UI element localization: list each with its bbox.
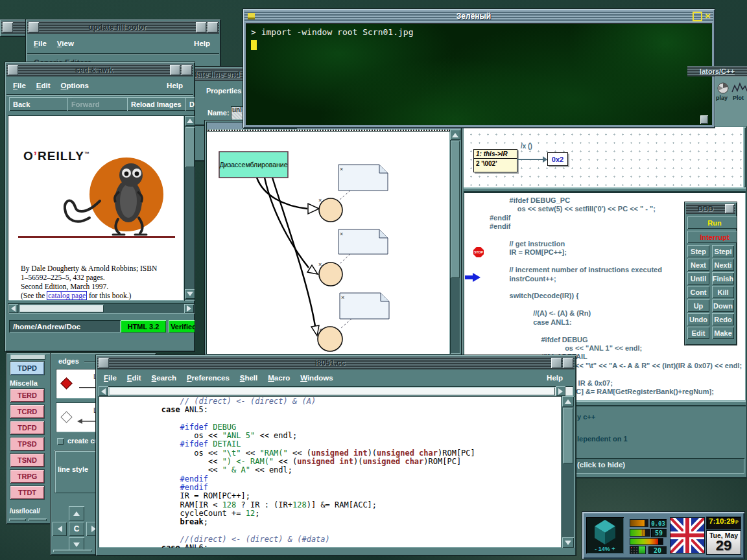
- palette-top-button[interactable]: [10, 355, 45, 360]
- resize-grip[interactable]: [53, 550, 92, 552]
- menu-preferences[interactable]: Preferences: [187, 374, 230, 382]
- browser-vscrollbar[interactable]: [184, 115, 195, 301]
- menu-macro[interactable]: Macro: [268, 374, 290, 382]
- menu-file[interactable]: File: [104, 374, 117, 382]
- scroll-down-arrow[interactable]: [185, 289, 195, 299]
- ddd-panel-titlebar[interactable]: DDD: [686, 204, 735, 214]
- minimize-icon[interactable]: [248, 13, 255, 19]
- ddd-next-button[interactable]: Next: [687, 259, 709, 271]
- editor-text-area[interactable]: // (direct) <- (direct) & (A) case ANL5:…: [99, 396, 562, 548]
- menu-help[interactable]: Help: [547, 374, 563, 382]
- hscroll-thumb[interactable]: [109, 387, 555, 395]
- browser-page[interactable]: O’REILLY™ By Dale Dougherty & Arnold Rob…: [8, 115, 184, 301]
- ddd-deref-result-box[interactable]: 0x2: [547, 152, 568, 166]
- pan-up-button[interactable]: [69, 506, 84, 520]
- palette-tcrd-button[interactable]: TCRD: [10, 405, 44, 418]
- vscroll-thumb[interactable]: [185, 127, 195, 167]
- menu-edit[interactable]: Edit: [36, 82, 51, 89]
- minimize-button[interactable]: [170, 65, 180, 75]
- window-menu-button[interactable]: [99, 358, 109, 368]
- window-menu-button[interactable]: [3, 22, 13, 32]
- browser-hscrollbar[interactable]: [8, 303, 195, 314]
- maximize-button[interactable]: [182, 65, 192, 75]
- vscroll-thumb[interactable]: [563, 408, 573, 463]
- ddd-cont-button[interactable]: Cont: [687, 286, 709, 298]
- documents-button[interactable]: Doc: [185, 97, 195, 111]
- hscroll-thumb[interactable]: [19, 305, 104, 312]
- ddd-until-button[interactable]: Until: [687, 272, 709, 285]
- menu-file[interactable]: File: [34, 40, 47, 47]
- browser-titlebar[interactable]: sed & awk: [6, 64, 193, 76]
- scroll-up-arrow[interactable]: [450, 130, 460, 140]
- display-app-icon[interactable]: [716, 82, 730, 95]
- scroll-right-arrow[interactable]: [556, 386, 565, 396]
- ddd-stepi-button[interactable]: Stepi: [712, 245, 734, 257]
- scroll-up-arrow[interactable]: [185, 116, 195, 126]
- palette-tpsd-button[interactable]: TPSD: [10, 438, 44, 450]
- palette-tdfd-button[interactable]: TDFD: [10, 421, 44, 434]
- forward-button[interactable]: Forward: [67, 97, 131, 111]
- ddd-run-button[interactable]: Run: [687, 216, 737, 229]
- back-button[interactable]: Back: [9, 97, 73, 111]
- window-menu-button[interactable]: [8, 65, 18, 75]
- diagram-vscrollbar[interactable]: [450, 130, 460, 354]
- close-icon[interactable]: ✕: [704, 12, 712, 21]
- editor-titlebar[interactable]: i8051.cc: [97, 356, 575, 369]
- palette-ttdt-button[interactable]: TTDT: [10, 486, 44, 499]
- close-button[interactable]: [725, 204, 734, 213]
- diagram-canvas[interactable]: Дизассемблирование × × × × × ×: [206, 130, 450, 355]
- digital-clock[interactable]: 7:10:29 P: [707, 517, 741, 529]
- ddd-interrupt-button[interactable]: Interrupt: [687, 231, 737, 243]
- ddd-undo-button[interactable]: Undo: [687, 313, 709, 325]
- palette-trpg-button[interactable]: TRPG: [10, 470, 44, 483]
- editor-hscrollbar[interactable]: [99, 386, 573, 396]
- palette-tsnd-button[interactable]: TSND: [10, 454, 44, 467]
- maximize-button[interactable]: [208, 22, 218, 32]
- simulators-titlebar[interactable]: lators/C++: [687, 66, 747, 76]
- scroll-right-arrow[interactable]: [184, 304, 194, 313]
- ddd-sash[interactable]: [464, 187, 746, 192]
- window-menu-button[interactable]: [29, 22, 39, 32]
- ddd-up-button[interactable]: Up: [687, 299, 709, 312]
- minimize-button[interactable]: [551, 358, 562, 368]
- ddd-finish-button[interactable]: Finish: [712, 272, 734, 285]
- ddd-make-button[interactable]: Make: [712, 327, 734, 339]
- cube-monitor[interactable]: - 14% +: [586, 517, 624, 554]
- menu-search[interactable]: Search: [152, 374, 176, 382]
- menu-shell[interactable]: Shell: [240, 374, 257, 382]
- ddd-down-button[interactable]: Down: [712, 299, 734, 312]
- terminal-screen[interactable]: > import -window root Scrn01.jpg: [246, 23, 712, 125]
- menu-options[interactable]: Options: [61, 82, 89, 89]
- resize-grip[interactable]: [29, 519, 47, 521]
- palette-tdpd-button[interactable]: TDPD: [10, 362, 44, 375]
- ddd-redo-button[interactable]: Redo: [712, 313, 734, 325]
- menu-file[interactable]: File: [13, 82, 26, 89]
- palette-terd-button[interactable]: TERD: [10, 389, 44, 402]
- plot-app-icon[interactable]: [731, 82, 747, 95]
- pan-center-button[interactable]: C: [69, 522, 84, 536]
- ddd-display-box[interactable]: 1: this->IR 2 '\002': [473, 149, 517, 172]
- uk-flag-icon[interactable]: [670, 518, 704, 553]
- ddd-kill-button[interactable]: Kill: [712, 286, 734, 298]
- create-curve-checkbox[interactable]: [57, 438, 64, 445]
- location-field[interactable]: /home/Andrew/Doc: [9, 320, 121, 332]
- scroll-left-arrow[interactable]: [99, 386, 108, 396]
- catalog-page-link[interactable]: catalog page: [47, 291, 87, 300]
- scroll-left-arrow[interactable]: [8, 304, 18, 313]
- maximize-button[interactable]: [563, 358, 573, 368]
- pan-left-button[interactable]: [53, 522, 67, 536]
- maximize-icon[interactable]: [693, 12, 702, 21]
- terminal-titlebar[interactable]: Зелёный ✕: [244, 10, 713, 22]
- resize-grip[interactable]: [9, 519, 26, 521]
- minimize-button[interactable]: [196, 22, 206, 32]
- menu-windows[interactable]: Windows: [300, 374, 333, 382]
- ddd-edit-button[interactable]: Edit: [687, 327, 709, 339]
- editor-vscrollbar[interactable]: [562, 396, 575, 548]
- scroll-down-arrow[interactable]: [562, 537, 574, 548]
- ddd-step-button[interactable]: Step: [687, 245, 709, 257]
- ddd-nexti-button[interactable]: Nexti: [712, 259, 734, 271]
- ddd-canvas-scrollbar[interactable]: [743, 127, 746, 187]
- scroll-up-arrow[interactable]: [562, 396, 574, 406]
- menu-help[interactable]: Help: [194, 40, 210, 47]
- menu-help[interactable]: Help: [167, 82, 183, 89]
